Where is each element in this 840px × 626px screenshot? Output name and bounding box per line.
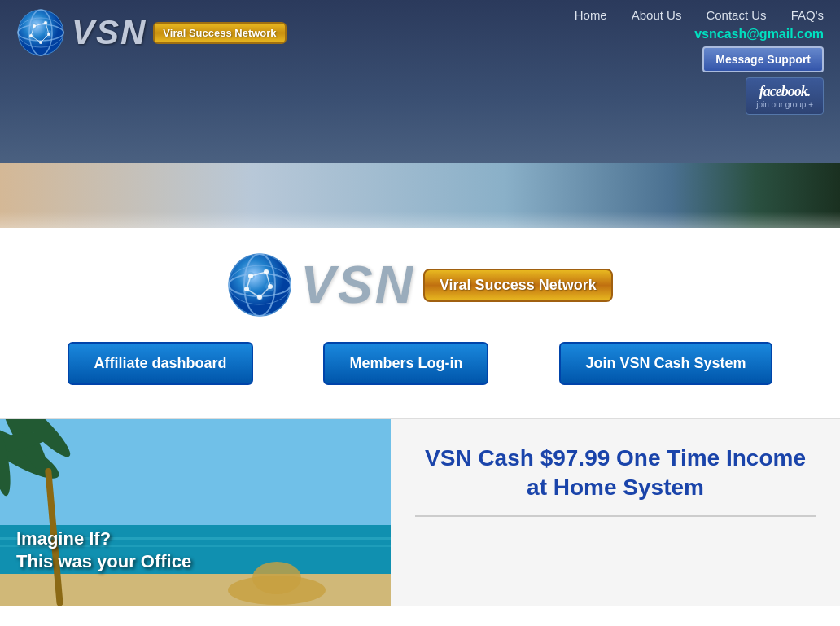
center-logo: VSN Viral Success Network (16, 252, 824, 317)
nav-about[interactable]: About Us (632, 8, 682, 22)
nav-area: Home About Us Contact Us FAQ's vsncash@g… (575, 8, 824, 115)
office-text: This was your Office (16, 550, 191, 574)
imagine-text: Imagine If? (16, 528, 191, 551)
facebook-text: facebook. (759, 83, 810, 100)
members-login-button[interactable]: Members Log-in (323, 342, 488, 385)
logo-vsn-text: VSN (72, 13, 147, 52)
facebook-sub: join our group + (756, 100, 813, 109)
lower-section: Imagine If? This was your Office VSN Cas… (0, 418, 840, 606)
lower-heading: VSN Cash $97.99 One Time Income at Home … (415, 444, 816, 503)
lower-text-panel: VSN Cash $97.99 One Time Income at Home … (391, 419, 840, 606)
email-link[interactable]: vsncash@gmail.com (694, 27, 824, 42)
svg-point-49 (252, 562, 301, 594)
affiliate-dashboard-button[interactable]: Affiliate dashboard (68, 342, 252, 385)
center-vsn-text: VSN (300, 255, 415, 315)
beach-overlay-text: Imagine If? This was your Office (16, 528, 191, 574)
action-buttons: Affiliate dashboard Members Log-in Join … (16, 342, 824, 385)
logo-area: VSN Viral Success Network (16, 8, 287, 57)
lower-image: Imagine If? This was your Office (0, 419, 391, 606)
facebook-badge[interactable]: facebook. join our group + (746, 77, 824, 115)
message-support-button[interactable]: Message Support (702, 46, 824, 72)
header: VSN Viral Success Network Home About Us … (0, 0, 840, 163)
header-top: VSN Viral Success Network Home About Us … (16, 8, 824, 115)
logo-globe-icon (16, 8, 65, 57)
join-vsn-button[interactable]: Join VSN Cash System (559, 342, 772, 385)
nav-home[interactable]: Home (575, 8, 607, 22)
main-content: VSN Viral Success Network Affiliate dash… (0, 228, 840, 418)
nav-contact[interactable]: Contact Us (706, 8, 766, 22)
center-badge: Viral Success Network (423, 269, 613, 302)
beach-scene-svg (0, 419, 391, 606)
center-globe-icon (227, 252, 292, 317)
nav-faq[interactable]: FAQ's (791, 8, 824, 22)
nav-links: Home About Us Contact Us FAQ's (575, 8, 824, 22)
banner-image (0, 163, 840, 228)
svg-point-0 (18, 10, 63, 55)
lower-divider (415, 515, 816, 517)
svg-point-18 (229, 254, 291, 316)
logo-badge: Viral Success Network (153, 22, 286, 44)
